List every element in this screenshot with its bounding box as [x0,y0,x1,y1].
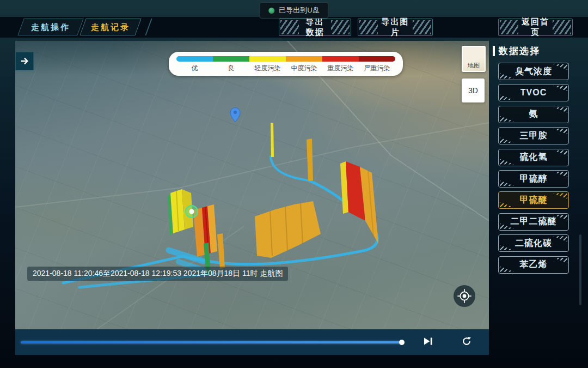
map-pin-icon [230,108,240,123]
pollutant-label: 二甲二硫醚 [511,216,557,227]
replay-button[interactable] [461,336,473,347]
stripe-decoration [331,20,350,34]
playback-handle[interactable] [399,340,405,345]
pollutant-button-二甲二硫醚[interactable]: 二甲二硫醚 [498,213,569,231]
pollutant-button-TVOC[interactable]: TVOC [498,84,569,101]
legend-item: 中度污染 [286,56,322,73]
tab-patrol-record[interactable]: 走航记录 [79,19,141,35]
legend-color-segment [249,56,286,62]
legend-label: 中度污染 [286,64,322,73]
success-icon [268,8,274,14]
pollutant-label: 硫化氢 [520,152,548,163]
stripe-decoration [553,20,571,34]
data-select-panel: 数据选择 臭气浓度TVOC氨三甲胺硫化氢甲硫醇甲硫醚二甲二硫醚二硫化碳苯乙烯 [493,41,588,355]
locate-button[interactable] [454,285,475,307]
legend-color-segment [176,56,213,62]
pollution-column-thin [271,123,274,157]
legend-item: 优 [176,56,213,73]
chevron-decoration [139,19,152,35]
export-data-button[interactable]: 导出数据 [279,19,351,36]
pollutant-label: TVOC [520,88,547,98]
legend-label: 重度污染 [322,64,359,73]
pollutant-label: 氨 [529,108,538,120]
pollution-wall-right [340,161,378,244]
map-3d-view[interactable]: 优良轻度污染中度污染重度污染严重污染 地图 3D 2021-08-18 11:2… [15,41,489,329]
legend-label: 严重污染 [359,64,395,73]
legend-item: 重度污染 [322,56,359,73]
title-accent-bar [493,46,495,56]
pollutant-label: 苯乙烯 [520,259,548,270]
pollution-column-gold [307,138,313,181]
arrow-right-icon [20,56,29,66]
back-home-button[interactable]: 返回首页 [498,19,573,36]
export-image-button[interactable]: 导出图片 [358,19,433,36]
skip-end-icon [424,337,433,346]
aqi-legend: 优良轻度污染中度污染重度污染严重污染 [169,52,403,76]
route-visualization [15,41,489,329]
pollutant-button-硫化氢[interactable]: 硫化氢 [498,149,569,166]
pollutant-button-氨[interactable]: 氨 [498,106,569,123]
stripe-decoration [500,20,518,34]
layer-toggle-3d[interactable]: 3D [462,79,485,102]
legend-color-segment [322,56,359,62]
legend-item: 严重污染 [359,56,395,73]
legend-label: 良 [213,64,249,73]
pollutant-label: 三甲胺 [520,130,548,142]
stripe-decoration [280,20,299,34]
pollutant-label: 甲硫醇 [520,173,548,185]
refresh-icon [462,336,471,346]
pollution-wall-center [255,201,321,258]
playback-slider[interactable] [21,341,409,344]
legend-item: 良 [213,56,249,73]
locate-target-icon [455,287,474,305]
pollutant-label: 臭气浓度 [515,66,552,77]
current-position-marker [186,206,198,218]
top-navbar: 走航操作 走航记录 导出数据 导出图片 返回首页 [0,17,588,38]
playback-bar [15,329,489,355]
legend-label: 优 [176,64,213,73]
legend-color-segment [286,56,322,62]
sidebar-scrollbar[interactable] [579,234,581,305]
panel-title: 数据选择 [493,45,588,57]
legend-color-segment [213,56,249,62]
legend-label: 轻度污染 [249,64,286,73]
playback-progress [21,341,402,343]
skip-to-end-button[interactable] [422,336,434,347]
pollutant-label: 二硫化碳 [515,238,552,249]
toast-text: 已导出到U盘 [279,5,319,15]
legend-item: 轻度污染 [249,56,286,73]
pollutant-button-甲硫醚[interactable]: 甲硫醚 [498,191,569,209]
pollutant-button-甲硫醇[interactable]: 甲硫醇 [498,170,569,188]
layer-toggle-map[interactable]: 地图 [462,46,486,72]
pollutant-button-三甲胺[interactable]: 三甲胺 [498,127,569,144]
expand-panel-button[interactable] [15,52,34,70]
stripe-decoration [413,20,431,34]
tab-patrol-operation[interactable]: 走航操作 [17,19,83,35]
legend-color-segment [359,56,395,62]
pollutant-button-臭气浓度[interactable]: 臭气浓度 [498,63,569,80]
stripe-decoration [359,20,378,34]
export-success-toast: 已导出到U盘 [259,2,328,19]
pollutant-label: 甲硫醚 [520,195,548,206]
patrol-time-range: 2021-08-18 11:20:46至2021-08-18 12:19:53 … [27,267,288,281]
pollutant-button-苯乙烯[interactable]: 苯乙烯 [498,256,569,274]
pollutant-button-二硫化碳[interactable]: 二硫化碳 [498,234,569,252]
